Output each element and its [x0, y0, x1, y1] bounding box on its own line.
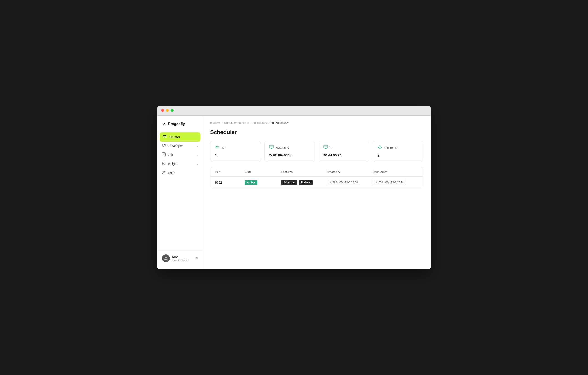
- breadcrumb-scheduler-cluster[interactable]: scheduler-cluster-1: [224, 121, 249, 125]
- td-state: Active: [245, 180, 281, 185]
- ip-icon: [323, 145, 328, 150]
- ip-card-label: IP: [330, 146, 332, 149]
- logo-area: ✳ Dragonfly: [158, 119, 203, 132]
- updated-at-timestamp: 2024-06-17 07:17:24: [373, 180, 406, 185]
- th-port: Port: [215, 170, 245, 174]
- sidebar: ✳ Dragonfly Cluster: [158, 115, 203, 270]
- user-icon: [162, 171, 166, 175]
- app-window: ✳ Dragonfly Cluster: [158, 105, 430, 270]
- created-at-value: 2024-06-17 06:25:38: [332, 181, 358, 184]
- user-label: User: [168, 171, 175, 175]
- table-header: Port State Features Created At Updated A…: [210, 167, 423, 177]
- cluster-id-card-header: Cluster ID: [378, 145, 419, 150]
- cluster-icon: [163, 135, 167, 139]
- th-updated-at: Updated At: [373, 170, 419, 174]
- svg-rect-22: [379, 146, 381, 146]
- svg-line-4: [164, 144, 165, 146]
- id-icon: [215, 145, 220, 150]
- svg-rect-1: [165, 135, 166, 136]
- breadcrumb-clusters[interactable]: clusters: [210, 121, 220, 125]
- sidebar-item-cluster[interactable]: Cluster: [160, 132, 200, 142]
- user-info: root root@d7y.com: [172, 255, 193, 261]
- svg-rect-18: [324, 146, 327, 147]
- cluster-label: Cluster: [169, 135, 180, 139]
- titlebar: [158, 105, 430, 115]
- svg-rect-2: [163, 136, 165, 137]
- page-title: Scheduler: [210, 129, 423, 135]
- svg-point-7: [163, 171, 165, 172]
- insight-icon: [162, 162, 166, 166]
- svg-point-8: [165, 257, 167, 259]
- id-card-value: 1: [215, 153, 256, 157]
- td-updated-at: 2024-06-17 07:17:24: [373, 180, 419, 185]
- id-card-header: ID: [215, 145, 256, 150]
- sidebar-item-insight[interactable]: Insight ⌄: [158, 159, 203, 168]
- cluster-id-card-label: Cluster ID: [384, 146, 398, 149]
- expand-icon: ⇅: [195, 256, 198, 260]
- ip-card-value: 30.44.96.76: [323, 153, 364, 157]
- th-state: State: [245, 170, 281, 174]
- user-email: root@d7y.com: [172, 259, 193, 261]
- hostname-card-label: Hostname: [276, 146, 289, 149]
- ip-card-header: IP: [323, 145, 364, 150]
- main-content: clusters / scheduler-cluster-1 / schedul…: [203, 115, 430, 270]
- svg-rect-3: [165, 136, 166, 137]
- close-button[interactable]: [161, 109, 164, 112]
- job-chevron: ⌄: [196, 153, 198, 156]
- th-created-at: Created At: [326, 170, 373, 174]
- breadcrumb-schedulers[interactable]: schedulers: [253, 121, 267, 125]
- job-icon: [162, 152, 166, 157]
- avatar: [162, 254, 170, 262]
- sidebar-item-developer[interactable]: Developer ⌄: [158, 142, 203, 150]
- job-label: Job: [168, 153, 173, 156]
- cluster-id-card-value: 1: [378, 154, 419, 157]
- clock-icon: [329, 181, 331, 184]
- ip-card: IP 30.44.96.76: [319, 141, 369, 162]
- hostname-card-value: 2c02df0e930d: [269, 153, 310, 157]
- minimize-button[interactable]: [166, 109, 169, 112]
- scheduler-table: Port State Features Created At Updated A…: [210, 167, 423, 188]
- td-port: 8002: [215, 181, 245, 184]
- maximize-button[interactable]: [171, 109, 174, 112]
- breadcrumb-current: 2c02df0e930d: [271, 121, 289, 125]
- svg-rect-0: [163, 135, 165, 136]
- user-profile[interactable]: root root@d7y.com ⇅: [158, 250, 203, 266]
- svg-rect-14: [270, 146, 273, 147]
- hostname-icon: [269, 145, 274, 150]
- sidebar-item-job[interactable]: Job ⌄: [158, 150, 203, 159]
- logo-icon: ✳: [162, 121, 166, 127]
- cluster-id-icon: [378, 145, 383, 150]
- developer-chevron: ⌄: [196, 144, 198, 147]
- app-content: ✳ Dragonfly Cluster: [158, 115, 430, 270]
- table-row: 8002 Active Schedule Preheat: [210, 177, 423, 188]
- feature-schedule: Schedule: [281, 180, 297, 185]
- insight-label: Insight: [168, 162, 177, 166]
- id-card-label: ID: [221, 146, 224, 149]
- developer-label: Developer: [168, 144, 183, 148]
- user-name: root: [172, 255, 193, 259]
- id-card: ID 1: [210, 141, 261, 162]
- hostname-card: Hostname 2c02df0e930d: [264, 141, 315, 162]
- td-created-at: 2024-06-17 06:25:38: [326, 180, 373, 185]
- th-features: Features: [281, 170, 326, 174]
- svg-rect-21: [378, 147, 379, 148]
- app-name: Dragonfly: [168, 122, 185, 126]
- td-features: Schedule Preheat: [281, 180, 326, 185]
- updated-at-value: 2024-06-17 07:17:24: [378, 181, 404, 184]
- svg-rect-23: [379, 148, 381, 149]
- insight-chevron: ⌄: [196, 162, 198, 166]
- sidebar-item-user[interactable]: User: [158, 168, 203, 177]
- hostname-card-header: Hostname: [269, 145, 310, 150]
- status-badge: Active: [245, 180, 257, 185]
- developer-icon: [162, 144, 166, 148]
- svg-rect-10: [216, 146, 217, 147]
- clock-icon-2: [375, 181, 377, 184]
- breadcrumb: clusters / scheduler-cluster-1 / schedul…: [210, 121, 423, 125]
- cluster-id-card: Cluster ID 1: [373, 141, 423, 162]
- svg-rect-24: [381, 147, 382, 148]
- feature-preheat: Preheat: [299, 180, 313, 185]
- info-cards: ID 1: [210, 141, 423, 162]
- created-at-timestamp: 2024-06-17 06:25:38: [326, 180, 360, 185]
